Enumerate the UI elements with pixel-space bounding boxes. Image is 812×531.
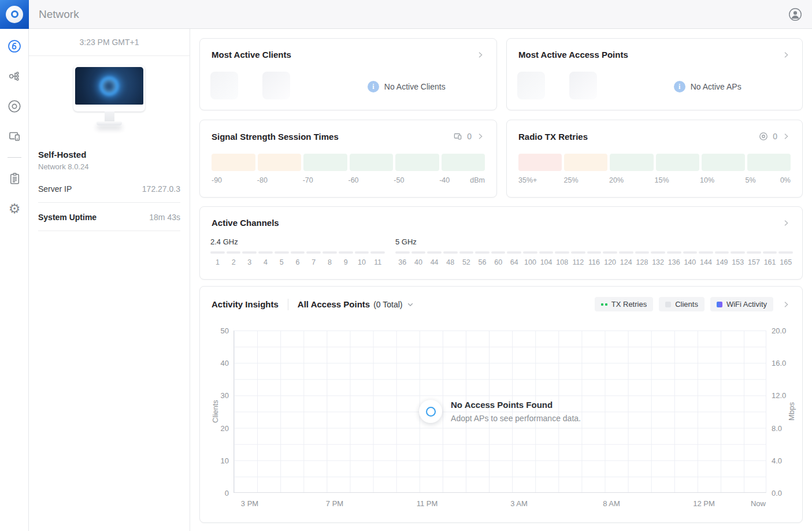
sidebar: ⚙ (0, 29, 29, 531)
channel-segment: 9 (339, 251, 353, 266)
y-axis-tick-left: 20 (194, 424, 229, 432)
chevron-right-icon[interactable] (781, 132, 791, 141)
empty-state-text: No Active Clients (384, 82, 446, 91)
user-avatar-icon[interactable] (788, 8, 802, 21)
legend-chip-clients[interactable]: Clients (659, 297, 705, 311)
channel-segment: 104 (539, 251, 554, 266)
radio-tx-labels: 35%+25%20%15%10%5%0% (518, 176, 791, 184)
legend-chip-tx-retries[interactable]: TX Retries (595, 297, 653, 311)
sidebar-item-clients[interactable] (0, 121, 29, 151)
legend-chip-wifi-activity[interactable]: WiFi Activity (710, 297, 773, 311)
chevron-right-icon[interactable] (476, 132, 485, 141)
unifi-logo-ring (6, 6, 23, 23)
x-axis-tick: 12 PM (693, 499, 715, 508)
band-label: 5 GHz (395, 237, 793, 246)
self-hosted-console-image (73, 65, 145, 125)
sidebar-item-settings[interactable]: ⚙ (0, 194, 29, 224)
chevron-right-icon[interactable] (781, 300, 791, 309)
channel-segment: 6 (291, 251, 305, 266)
card-title: Activity Insights (212, 299, 279, 309)
signal-strength-bars (212, 154, 485, 171)
chevron-right-icon[interactable] (781, 218, 791, 228)
channel-segment: 136 (667, 251, 681, 266)
empty-state-subtitle: Adopt APs to see performance data. (451, 414, 581, 423)
empty-state-title: No Access Points Found (451, 400, 581, 410)
bar-label: -50 (394, 176, 439, 184)
access-point-icon (758, 131, 769, 142)
channel-segment: 52 (459, 251, 474, 266)
channel-segment: 60 (491, 251, 506, 266)
channel-segment: 140 (683, 251, 698, 266)
uptime-label: System Uptime (38, 213, 97, 222)
channel-segment: 157 (747, 251, 761, 266)
unifi-glow-ring (99, 76, 119, 96)
bar-label: 25% (564, 176, 610, 184)
sidebar-item-dashboard[interactable] (0, 31, 29, 61)
sidebar-item-insights[interactable] (0, 164, 29, 194)
bar-label: 10% (700, 176, 746, 184)
channel-segment: 149 (715, 251, 729, 266)
chevron-right-icon[interactable] (781, 50, 791, 60)
ap-selector-dropdown[interactable]: All Access Points (0 Total) (298, 299, 414, 309)
channel-segment: 116 (587, 251, 602, 266)
clients-icon (7, 129, 22, 144)
host-version: Network 8.0.24 (38, 162, 180, 171)
chevron-right-icon[interactable] (476, 50, 485, 60)
channel-segment: 165 (778, 251, 793, 266)
bar-label: -70 (303, 176, 348, 184)
channel-segment: 36 (395, 251, 410, 266)
channel-segment: 56 (475, 251, 490, 266)
channel-segment: 108 (555, 251, 569, 266)
x-axis-tick: 3 PM (241, 499, 258, 508)
active-channels-card: Active Channels 2.4 GHz12345678910115 GH… (199, 206, 803, 280)
x-axis-tick: 11 PM (417, 499, 438, 508)
unifi-logo-icon[interactable] (0, 0, 29, 29)
card-title: Signal Strength Session Times (212, 132, 339, 142)
sidebar-item-topology[interactable] (0, 61, 29, 91)
channel-band: 2.4 GHz1234567891011 (210, 237, 385, 266)
card-title: Radio TX Retries (518, 132, 588, 142)
channel-segment: 7 (306, 251, 321, 266)
chevron-down-icon (406, 300, 414, 309)
current-time: 3:23 PM GMT+1 (29, 29, 190, 56)
sidebar-divider (8, 157, 21, 158)
histogram-bar (258, 154, 302, 171)
empty-state-text: No Active APs (691, 82, 741, 91)
devices-icon (7, 99, 22, 114)
histogram-bar (610, 154, 653, 171)
histogram-bar (702, 154, 745, 171)
placeholder-tile (569, 72, 597, 99)
chart-legend: TX RetriesClientsWiFi Activity (595, 297, 773, 311)
histogram-bar (564, 154, 607, 171)
x-axis-tick: 7 PM (326, 499, 343, 508)
activity-chart-plot: Clients Mbps No Access Points Found Adop… (233, 331, 766, 493)
channel-segment: 100 (523, 251, 537, 266)
band-label: 2.4 GHz (210, 237, 385, 246)
channel-segment: 40 (411, 251, 426, 266)
channel-segment: 4 (258, 251, 273, 266)
signal-strength-labels: -90-80-70-60-50-40dBm (212, 176, 485, 184)
app-header: Network (0, 0, 812, 29)
bar-label: 20% (609, 176, 655, 184)
channel-segment: 3 (242, 251, 257, 266)
channel-segment: 144 (699, 251, 713, 266)
histogram-bar (212, 154, 255, 171)
card-title: Active Channels (212, 218, 279, 228)
header-divider (288, 299, 288, 310)
y-axis-tick-left: 50 (194, 326, 229, 335)
y-axis-tick-right: 20.0 (772, 326, 806, 335)
channel-segment: 8 (322, 251, 337, 266)
bar-label: -60 (348, 176, 394, 184)
y-axis-tick-right: 12.0 (772, 391, 806, 400)
insights-icon (8, 172, 22, 186)
y-axis-tick-left: 0 (194, 489, 229, 497)
activity-insights-card: Activity Insights All Access Points (0 T… (199, 286, 803, 523)
histogram-bar (518, 154, 562, 171)
channel-segment: 5 (275, 251, 289, 266)
bar-label: 15% (655, 176, 700, 184)
channel-segment: 153 (731, 251, 745, 266)
histogram-bar (303, 154, 347, 171)
channel-band: 5 GHz36404448525660641001041081121161201… (395, 237, 793, 266)
y-axis-tick-left: 40 (194, 359, 229, 367)
sidebar-item-devices[interactable] (0, 91, 29, 121)
